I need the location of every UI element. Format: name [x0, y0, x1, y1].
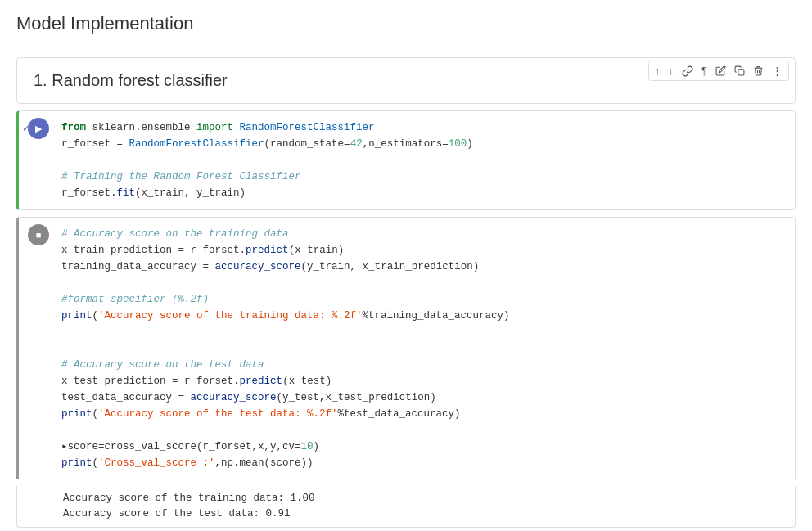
markdown-cell-wrapper: ↑ ↓ ¶ ⋮ 1. Random forest classifier	[16, 57, 796, 104]
move-down-button[interactable]: ↓	[666, 63, 677, 79]
delete-cell-button[interactable]	[751, 64, 766, 78]
move-up-button[interactable]: ↑	[652, 63, 663, 79]
code-cell-2-container: ■ # Accuracy score on the training data …	[16, 217, 796, 528]
cell-gutter-2: ■	[19, 218, 58, 479]
svg-rect-0	[738, 70, 744, 75]
paragraph-button[interactable]: ¶	[699, 63, 710, 79]
cell-input-2[interactable]: # Accuracy score on the training data x_…	[58, 218, 795, 479]
active-indicator: ✓	[22, 123, 30, 134]
link-button[interactable]	[679, 64, 696, 79]
more-options-button[interactable]: ⋮	[769, 63, 785, 79]
output-line-1: Accuracy score of the training data: 1.0…	[63, 491, 788, 506]
run-button-2[interactable]: ■	[28, 224, 49, 245]
code-cell-1: ✓ ▶ from sklearn.ensemble import RandomF…	[16, 110, 796, 210]
code-block-1: from sklearn.ensemble import RandomFores…	[61, 119, 787, 201]
cell-toolbar: ↑ ↓ ¶ ⋮	[648, 61, 789, 81]
code-block-2: # Accuracy score on the training data x_…	[61, 226, 787, 471]
notebook-container: Model Implementation ↑ ↓ ¶ ⋮ 1. Random f…	[0, 0, 812, 531]
cell-input-1[interactable]: from sklearn.ensemble import RandomFores…	[58, 111, 795, 209]
run-button-1[interactable]: ▶	[28, 118, 49, 139]
cell-output-2: Accuracy score of the training data: 1.0…	[16, 486, 796, 528]
edit-button[interactable]	[713, 64, 729, 78]
output-line-2: Accuracy score of the test data: 0.91	[63, 506, 788, 522]
copy-cell-button[interactable]	[732, 64, 747, 78]
code-cell-2: ■ # Accuracy score on the training data …	[16, 217, 796, 479]
notebook-title: Model Implementation	[16, 13, 796, 41]
